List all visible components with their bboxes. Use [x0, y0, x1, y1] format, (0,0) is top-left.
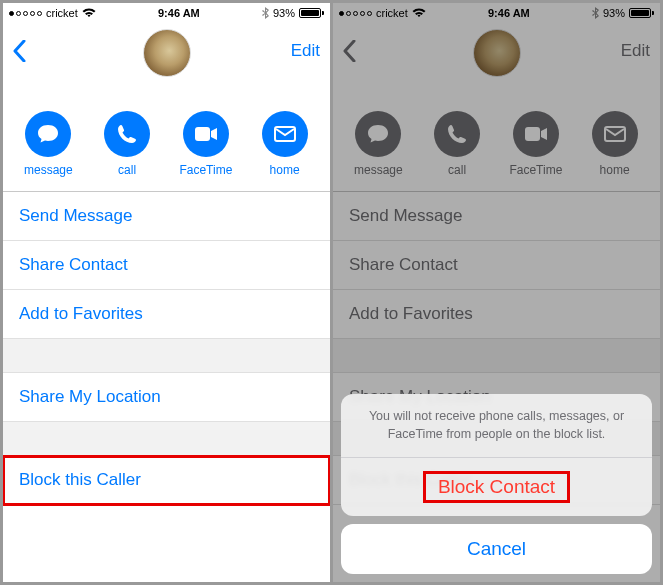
avatar[interactable]	[143, 29, 191, 77]
phone-right: cricket 9:46 AM 93% Edit mess	[333, 3, 660, 582]
bluetooth-icon	[262, 7, 269, 19]
action-home[interactable]: home	[250, 111, 320, 177]
cell-send-message[interactable]: Send Message	[3, 192, 330, 241]
svg-rect-0	[195, 127, 210, 141]
block-contact-button[interactable]: Block Contact	[341, 458, 652, 516]
clock: 9:46 AM	[158, 7, 200, 19]
battery-icon	[299, 8, 324, 18]
cancel-button[interactable]: Cancel	[341, 524, 652, 574]
action-sheet: You will not receive phone calls, messag…	[341, 394, 652, 574]
action-message[interactable]: message	[13, 111, 83, 177]
spacer	[3, 339, 330, 373]
action-call[interactable]: call	[92, 111, 162, 177]
signal-icon	[9, 11, 42, 16]
battery-pct: 93%	[273, 7, 295, 19]
action-label: message	[24, 163, 73, 177]
action-label: home	[270, 163, 300, 177]
action-label: call	[118, 163, 136, 177]
carrier-label: cricket	[46, 7, 78, 19]
video-icon	[183, 111, 229, 157]
cell-block-caller[interactable]: Block this Caller	[3, 456, 330, 505]
wifi-icon	[82, 8, 96, 18]
cell-add-favorites[interactable]: Add to Favorites	[3, 290, 330, 339]
phone-icon	[104, 111, 150, 157]
back-button[interactable]	[13, 40, 26, 62]
contact-name	[3, 83, 330, 101]
list: Send Message Share Contact Add to Favori…	[3, 192, 330, 505]
action-row: message call FaceTime home	[3, 101, 330, 192]
action-label: FaceTime	[179, 163, 232, 177]
cell-share-location[interactable]: Share My Location	[3, 373, 330, 422]
action-facetime[interactable]: FaceTime	[171, 111, 241, 177]
nav-bar: Edit	[3, 23, 330, 79]
sheet-message: You will not receive phone calls, messag…	[341, 394, 652, 458]
spacer	[3, 422, 330, 456]
mail-icon	[262, 111, 308, 157]
message-icon	[25, 111, 71, 157]
phone-left: cricket 9:46 AM 93% Edit mess	[3, 3, 330, 582]
status-bar: cricket 9:46 AM 93%	[3, 3, 330, 23]
block-contact-label: Block Contact	[424, 472, 569, 502]
edit-button[interactable]: Edit	[291, 41, 320, 61]
cell-share-contact[interactable]: Share Contact	[3, 241, 330, 290]
